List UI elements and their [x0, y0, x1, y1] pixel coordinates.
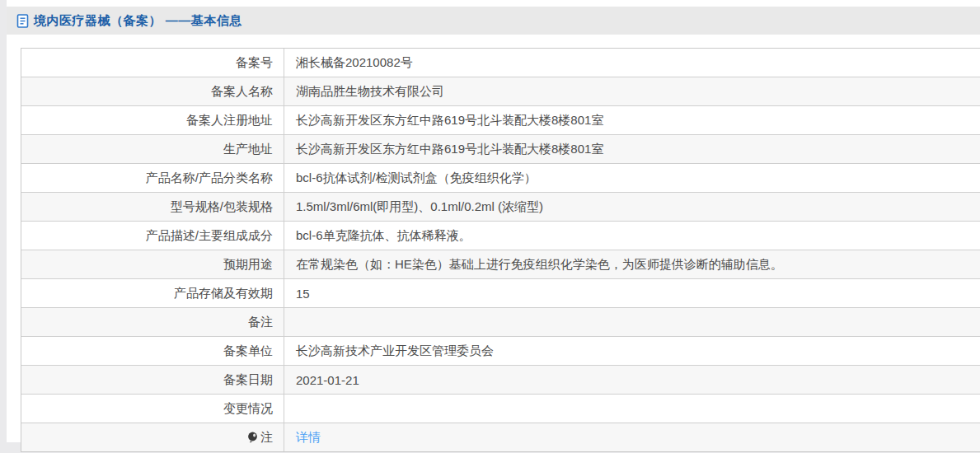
- table-row: 备案人注册地址 长沙高新开发区东方红中路619号北斗装配大楼8楼801室: [21, 105, 980, 134]
- table-row: 型号规格/包装规格 1.5ml/3ml/6ml(即用型)、0.1ml/0.2ml…: [21, 192, 980, 221]
- table-row: 变更情况: [21, 394, 980, 423]
- bulb-icon: [247, 431, 258, 444]
- row-label: 备案号: [21, 49, 284, 77]
- row-label: 备案人名称: [21, 77, 284, 105]
- page-title: 境内医疗器械（备案） ——基本信息: [34, 13, 242, 29]
- row-value: 在常规染色（如：HE染色）基础上进行免疫组织化学染色，为医师提供诊断的辅助信息。: [284, 250, 980, 278]
- row-value: [284, 395, 980, 423]
- row-label: 型号规格/包装规格: [21, 193, 284, 221]
- row-value: 1.5ml/3ml/6ml(即用型)、0.1ml/0.2ml (浓缩型): [284, 193, 980, 221]
- table-row: 产品存储及有效期 15: [21, 278, 980, 307]
- row-value: 长沙高新开发区东方红中路619号北斗装配大楼8楼801室: [284, 135, 980, 163]
- info-table: 备案号 湘长械备20210082号 备案人名称 湖南品胜生物技术有限公司 备案人…: [21, 48, 980, 452]
- row-value: 15: [284, 279, 980, 307]
- table-row: 产品描述/主要组成成分 bcl-6单克隆抗体、抗体稀释液。: [21, 221, 980, 250]
- row-value: 湘长械备20210082号: [284, 49, 980, 77]
- table-row: 备案日期 2021-01-21: [21, 365, 980, 394]
- row-value: bcl-6单克隆抗体、抗体稀释液。: [284, 222, 980, 250]
- row-label: 备案人注册地址: [21, 106, 284, 134]
- row-value: 长沙高新技术产业开发区管理委员会: [284, 337, 980, 365]
- row-label: 备案单位: [21, 337, 284, 365]
- row-value: 2021-01-21: [284, 366, 980, 394]
- row-label-text: 注: [260, 430, 273, 446]
- row-label: 备案日期: [21, 366, 284, 394]
- table-row: 备注: [21, 307, 980, 336]
- row-value: 长沙高新开发区东方红中路619号北斗装配大楼8楼801室: [284, 106, 980, 134]
- row-label: 产品存储及有效期: [21, 279, 284, 307]
- details-link[interactable]: 详情: [296, 430, 321, 446]
- row-label: 备注: [21, 308, 284, 336]
- table-row: 产品名称/产品分类名称 bcl-6抗体试剂/检测试剂盒（免疫组织化学）: [21, 163, 980, 192]
- row-label: 生产地址: [21, 135, 284, 163]
- row-value: bcl-6抗体试剂/检测试剂盒（免疫组织化学）: [284, 164, 980, 192]
- row-label: 变更情况: [21, 395, 284, 423]
- table-row: 生产地址 长沙高新开发区东方红中路619号北斗装配大楼8楼801室: [21, 134, 980, 163]
- row-value: 湖南品胜生物技术有限公司: [284, 77, 980, 105]
- table-row: 注 详情: [21, 423, 980, 451]
- table-row: 备案人名称 湖南品胜生物技术有限公司: [21, 77, 980, 105]
- row-value: [284, 308, 980, 336]
- row-label: 产品描述/主要组成成分: [21, 222, 284, 250]
- page-header: 境内医疗器械（备案） ——基本信息: [7, 7, 980, 35]
- document-icon: [16, 14, 29, 28]
- table-row: 预期用途 在常规染色（如：HE染色）基础上进行免疫组织化学染色，为医师提供诊断的…: [21, 250, 980, 278]
- row-label: 产品名称/产品分类名称: [21, 164, 284, 192]
- row-label: 注: [21, 423, 284, 451]
- row-value: 详情: [284, 423, 980, 451]
- content-panel: 境内医疗器械（备案） ——基本信息 备案号 湘长械备20210082号 备案人名…: [7, 0, 980, 442]
- table-row: 备案单位 长沙高新技术产业开发区管理委员会: [21, 336, 980, 365]
- table-row: 备案号 湘长械备20210082号: [21, 49, 980, 77]
- row-label: 预期用途: [21, 250, 284, 278]
